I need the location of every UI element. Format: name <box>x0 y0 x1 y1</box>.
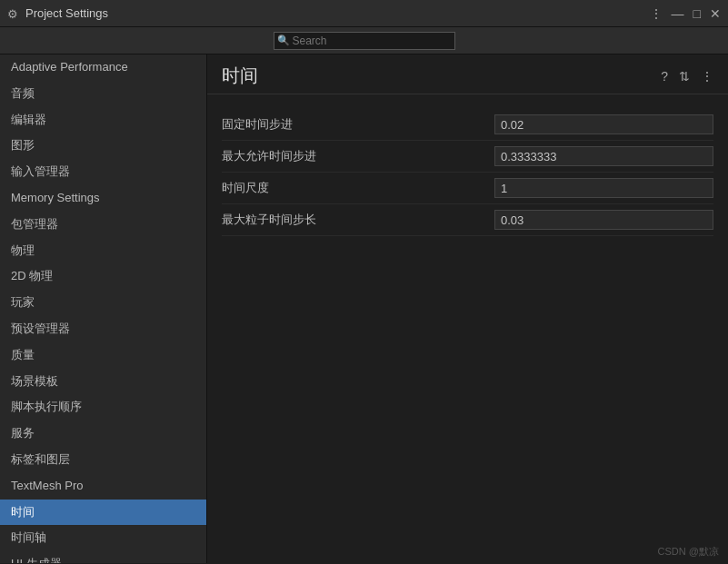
sidebar-item[interactable]: 场景模板 <box>0 369 206 395</box>
title-bar-right: ⋮ — □ ✕ <box>650 6 721 21</box>
settings-label: 时间尺度 <box>222 180 494 196</box>
settings-value-input[interactable] <box>494 178 713 198</box>
sidebar-item[interactable]: 脚本执行顺序 <box>0 394 206 421</box>
settings-row: 固定时间步进 <box>222 109 713 141</box>
search-bar: 🔍 <box>0 27 728 54</box>
menu-button[interactable]: ⋮ <box>650 6 663 21</box>
window-title: Project Settings <box>25 6 108 20</box>
settings-value-input[interactable] <box>494 146 713 166</box>
settings-row: 时间尺度 <box>222 173 713 204</box>
sidebar-item[interactable]: 预设管理器 <box>0 316 206 342</box>
minimize-button[interactable]: — <box>672 6 684 21</box>
sidebar-item[interactable]: 2D 物理 <box>0 263 206 290</box>
settings-row: 最大粒子时间步长 <box>222 204 713 236</box>
sidebar-item[interactable]: 时间轴 <box>0 525 206 551</box>
title-bar: ⚙ Project Settings ⋮ — □ ✕ <box>0 0 728 27</box>
main-layout: Adaptive Performance音频编辑器图形输入管理器Memory S… <box>0 54 728 563</box>
sidebar-item[interactable]: 时间 <box>0 500 206 526</box>
sidebar-item[interactable]: TextMesh Pro <box>0 473 206 500</box>
sidebar-item[interactable]: 包管理器 <box>0 212 206 238</box>
sidebar-item[interactable]: 物理 <box>0 238 206 264</box>
layout-icon[interactable]: ⇅ <box>679 69 690 84</box>
maximize-button[interactable]: □ <box>693 6 701 21</box>
sidebar-item[interactable]: 输入管理器 <box>0 159 206 185</box>
sidebar-item[interactable]: 标签和图层 <box>0 447 206 473</box>
settings-table: 固定时间步进最大允许时间步进时间尺度最大粒子时间步长 <box>207 94 728 251</box>
sidebar-item[interactable]: 服务 <box>0 421 206 447</box>
sidebar-item[interactable]: 质量 <box>0 342 206 369</box>
content-header-icons: ? ⇅ ⋮ <box>661 69 713 84</box>
content-header: 时间 ? ⇅ ⋮ <box>207 54 728 94</box>
sidebar-item[interactable]: 玩家 <box>0 290 206 316</box>
sidebar-item[interactable]: Adaptive Performance <box>0 54 206 81</box>
sidebar-item[interactable]: Memory Settings <box>0 185 206 212</box>
settings-value-input[interactable] <box>494 210 713 230</box>
settings-row: 最大允许时间步进 <box>222 141 713 173</box>
close-button[interactable]: ✕ <box>710 6 721 21</box>
sidebar-item[interactable]: UI 生成器 <box>0 551 206 563</box>
content-title: 时间 <box>222 64 258 88</box>
sidebar-item[interactable]: 音频 <box>0 81 206 107</box>
footer-watermark: CSDN @默凉 <box>658 545 719 559</box>
settings-value-input[interactable] <box>494 114 713 134</box>
sidebar-item[interactable]: 图形 <box>0 133 206 159</box>
settings-label: 最大粒子时间步长 <box>222 212 494 228</box>
settings-label: 最大允许时间步进 <box>222 148 494 164</box>
help-icon[interactable]: ? <box>661 69 668 84</box>
content-area: 时间 ? ⇅ ⋮ 固定时间步进最大允许时间步进时间尺度最大粒子时间步长 <box>207 54 728 563</box>
settings-icon: ⚙ <box>7 7 20 20</box>
more-options-icon[interactable]: ⋮ <box>701 69 713 84</box>
title-bar-left: ⚙ Project Settings <box>7 6 108 20</box>
settings-label: 固定时间步进 <box>222 116 494 133</box>
sidebar-item[interactable]: 编辑器 <box>0 107 206 134</box>
search-wrapper: 🔍 <box>274 32 455 50</box>
sidebar: Adaptive Performance音频编辑器图形输入管理器Memory S… <box>0 54 207 563</box>
search-input[interactable] <box>274 32 455 50</box>
